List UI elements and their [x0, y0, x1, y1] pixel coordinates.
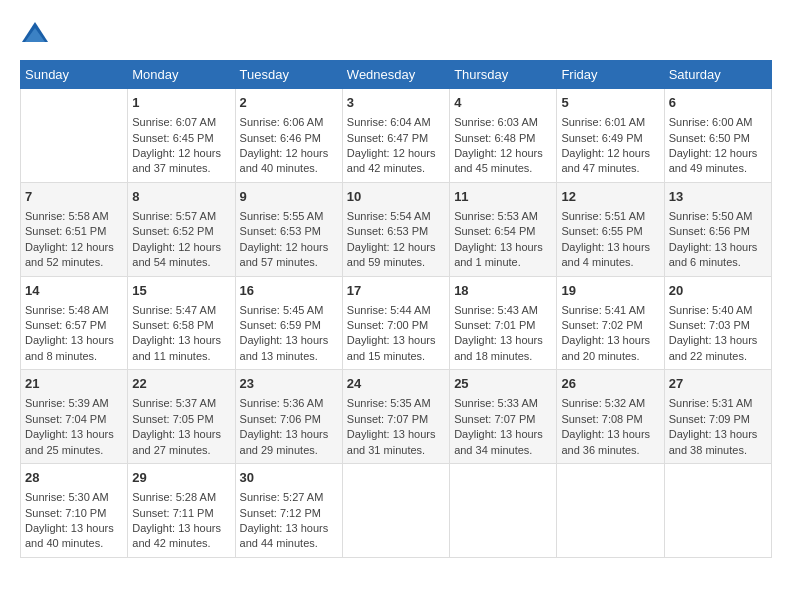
day-number: 5: [561, 94, 659, 112]
day-number: 11: [454, 188, 552, 206]
calendar-cell: 6Sunrise: 6:00 AM Sunset: 6:50 PM Daylig…: [664, 89, 771, 183]
day-number: 15: [132, 282, 230, 300]
day-number: 23: [240, 375, 338, 393]
day-info: Sunrise: 5:45 AM Sunset: 6:59 PM Dayligh…: [240, 303, 338, 365]
day-info: Sunrise: 5:36 AM Sunset: 7:06 PM Dayligh…: [240, 396, 338, 458]
calendar-cell: 28Sunrise: 5:30 AM Sunset: 7:10 PM Dayli…: [21, 464, 128, 558]
day-number: 29: [132, 469, 230, 487]
day-info: Sunrise: 5:41 AM Sunset: 7:02 PM Dayligh…: [561, 303, 659, 365]
calendar-cell: 21Sunrise: 5:39 AM Sunset: 7:04 PM Dayli…: [21, 370, 128, 464]
calendar-cell: 5Sunrise: 6:01 AM Sunset: 6:49 PM Daylig…: [557, 89, 664, 183]
calendar-cell: 30Sunrise: 5:27 AM Sunset: 7:12 PM Dayli…: [235, 464, 342, 558]
day-number: 20: [669, 282, 767, 300]
weekday-header: Tuesday: [235, 61, 342, 89]
calendar-cell: 23Sunrise: 5:36 AM Sunset: 7:06 PM Dayli…: [235, 370, 342, 464]
calendar-cell: 29Sunrise: 5:28 AM Sunset: 7:11 PM Dayli…: [128, 464, 235, 558]
calendar-cell: 7Sunrise: 5:58 AM Sunset: 6:51 PM Daylig…: [21, 182, 128, 276]
day-number: 21: [25, 375, 123, 393]
calendar-week-row: 28Sunrise: 5:30 AM Sunset: 7:10 PM Dayli…: [21, 464, 772, 558]
day-number: 9: [240, 188, 338, 206]
day-info: Sunrise: 6:00 AM Sunset: 6:50 PM Dayligh…: [669, 115, 767, 177]
day-info: Sunrise: 5:30 AM Sunset: 7:10 PM Dayligh…: [25, 490, 123, 552]
day-info: Sunrise: 5:31 AM Sunset: 7:09 PM Dayligh…: [669, 396, 767, 458]
day-number: 19: [561, 282, 659, 300]
day-number: 22: [132, 375, 230, 393]
calendar-cell: [664, 464, 771, 558]
day-number: 28: [25, 469, 123, 487]
calendar-week-row: 14Sunrise: 5:48 AM Sunset: 6:57 PM Dayli…: [21, 276, 772, 370]
day-number: 2: [240, 94, 338, 112]
day-info: Sunrise: 5:27 AM Sunset: 7:12 PM Dayligh…: [240, 490, 338, 552]
day-info: Sunrise: 6:01 AM Sunset: 6:49 PM Dayligh…: [561, 115, 659, 177]
day-info: Sunrise: 5:47 AM Sunset: 6:58 PM Dayligh…: [132, 303, 230, 365]
calendar-cell: [342, 464, 449, 558]
calendar-week-row: 7Sunrise: 5:58 AM Sunset: 6:51 PM Daylig…: [21, 182, 772, 276]
day-info: Sunrise: 5:39 AM Sunset: 7:04 PM Dayligh…: [25, 396, 123, 458]
calendar-cell: 16Sunrise: 5:45 AM Sunset: 6:59 PM Dayli…: [235, 276, 342, 370]
day-info: Sunrise: 5:53 AM Sunset: 6:54 PM Dayligh…: [454, 209, 552, 271]
day-info: Sunrise: 6:07 AM Sunset: 6:45 PM Dayligh…: [132, 115, 230, 177]
day-info: Sunrise: 5:50 AM Sunset: 6:56 PM Dayligh…: [669, 209, 767, 271]
day-number: 1: [132, 94, 230, 112]
weekday-header: Saturday: [664, 61, 771, 89]
calendar-cell: 17Sunrise: 5:44 AM Sunset: 7:00 PM Dayli…: [342, 276, 449, 370]
calendar-cell: 24Sunrise: 5:35 AM Sunset: 7:07 PM Dayli…: [342, 370, 449, 464]
day-info: Sunrise: 6:03 AM Sunset: 6:48 PM Dayligh…: [454, 115, 552, 177]
calendar-cell: 25Sunrise: 5:33 AM Sunset: 7:07 PM Dayli…: [450, 370, 557, 464]
calendar-cell: 9Sunrise: 5:55 AM Sunset: 6:53 PM Daylig…: [235, 182, 342, 276]
day-info: Sunrise: 5:40 AM Sunset: 7:03 PM Dayligh…: [669, 303, 767, 365]
day-info: Sunrise: 5:35 AM Sunset: 7:07 PM Dayligh…: [347, 396, 445, 458]
day-number: 16: [240, 282, 338, 300]
weekday-header: Sunday: [21, 61, 128, 89]
day-number: 7: [25, 188, 123, 206]
day-number: 14: [25, 282, 123, 300]
calendar-cell: 8Sunrise: 5:57 AM Sunset: 6:52 PM Daylig…: [128, 182, 235, 276]
day-info: Sunrise: 5:33 AM Sunset: 7:07 PM Dayligh…: [454, 396, 552, 458]
weekday-header: Wednesday: [342, 61, 449, 89]
day-number: 6: [669, 94, 767, 112]
calendar-table: SundayMondayTuesdayWednesdayThursdayFrid…: [20, 60, 772, 558]
page-header: [20, 20, 772, 50]
calendar-cell: 20Sunrise: 5:40 AM Sunset: 7:03 PM Dayli…: [664, 276, 771, 370]
day-info: Sunrise: 5:32 AM Sunset: 7:08 PM Dayligh…: [561, 396, 659, 458]
calendar-cell: 19Sunrise: 5:41 AM Sunset: 7:02 PM Dayli…: [557, 276, 664, 370]
day-number: 27: [669, 375, 767, 393]
calendar-cell: 12Sunrise: 5:51 AM Sunset: 6:55 PM Dayli…: [557, 182, 664, 276]
day-info: Sunrise: 5:55 AM Sunset: 6:53 PM Dayligh…: [240, 209, 338, 271]
calendar-cell: 27Sunrise: 5:31 AM Sunset: 7:09 PM Dayli…: [664, 370, 771, 464]
weekday-header: Thursday: [450, 61, 557, 89]
calendar-cell: 4Sunrise: 6:03 AM Sunset: 6:48 PM Daylig…: [450, 89, 557, 183]
calendar-cell: 26Sunrise: 5:32 AM Sunset: 7:08 PM Dayli…: [557, 370, 664, 464]
day-number: 25: [454, 375, 552, 393]
day-number: 8: [132, 188, 230, 206]
day-info: Sunrise: 5:44 AM Sunset: 7:00 PM Dayligh…: [347, 303, 445, 365]
day-number: 10: [347, 188, 445, 206]
calendar-cell: 22Sunrise: 5:37 AM Sunset: 7:05 PM Dayli…: [128, 370, 235, 464]
weekday-header: Monday: [128, 61, 235, 89]
day-number: 12: [561, 188, 659, 206]
calendar-cell: 10Sunrise: 5:54 AM Sunset: 6:53 PM Dayli…: [342, 182, 449, 276]
logo-icon: [20, 20, 50, 50]
calendar-cell: 13Sunrise: 5:50 AM Sunset: 6:56 PM Dayli…: [664, 182, 771, 276]
calendar-cell: [21, 89, 128, 183]
calendar-cell: 18Sunrise: 5:43 AM Sunset: 7:01 PM Dayli…: [450, 276, 557, 370]
day-number: 17: [347, 282, 445, 300]
day-info: Sunrise: 5:48 AM Sunset: 6:57 PM Dayligh…: [25, 303, 123, 365]
header-row: SundayMondayTuesdayWednesdayThursdayFrid…: [21, 61, 772, 89]
day-info: Sunrise: 5:37 AM Sunset: 7:05 PM Dayligh…: [132, 396, 230, 458]
day-info: Sunrise: 5:28 AM Sunset: 7:11 PM Dayligh…: [132, 490, 230, 552]
calendar-cell: [450, 464, 557, 558]
calendar-cell: 1Sunrise: 6:07 AM Sunset: 6:45 PM Daylig…: [128, 89, 235, 183]
calendar-cell: 11Sunrise: 5:53 AM Sunset: 6:54 PM Dayli…: [450, 182, 557, 276]
day-number: 3: [347, 94, 445, 112]
day-info: Sunrise: 5:43 AM Sunset: 7:01 PM Dayligh…: [454, 303, 552, 365]
day-info: Sunrise: 5:51 AM Sunset: 6:55 PM Dayligh…: [561, 209, 659, 271]
day-info: Sunrise: 5:57 AM Sunset: 6:52 PM Dayligh…: [132, 209, 230, 271]
calendar-cell: [557, 464, 664, 558]
calendar-cell: 15Sunrise: 5:47 AM Sunset: 6:58 PM Dayli…: [128, 276, 235, 370]
day-info: Sunrise: 6:06 AM Sunset: 6:46 PM Dayligh…: [240, 115, 338, 177]
day-info: Sunrise: 5:58 AM Sunset: 6:51 PM Dayligh…: [25, 209, 123, 271]
weekday-header: Friday: [557, 61, 664, 89]
calendar-week-row: 21Sunrise: 5:39 AM Sunset: 7:04 PM Dayli…: [21, 370, 772, 464]
day-number: 4: [454, 94, 552, 112]
